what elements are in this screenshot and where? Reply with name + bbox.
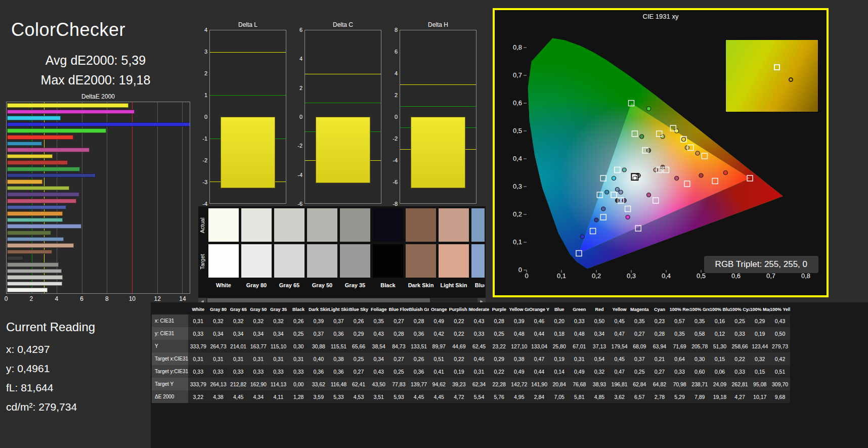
table-row-label: x: CIE31 xyxy=(152,315,188,327)
table-cell: 68,09 xyxy=(629,340,649,352)
swatch-actual-blue-sky[interactable] xyxy=(471,208,485,242)
swatch-label-light-skin: Light Skin xyxy=(439,282,469,288)
swatch-label-blue-sky: Blue Sky xyxy=(471,282,485,288)
swatch-target-white[interactable] xyxy=(208,244,239,278)
deltae2000-chart-title: DeltaE 2000 xyxy=(6,93,190,100)
cie-measured-point xyxy=(626,215,630,219)
cie-measured-point xyxy=(647,107,651,111)
table-row-label: Target x:CIE31 xyxy=(152,352,188,365)
deltaL-y-tick: -2 xyxy=(202,157,207,163)
deltae-bar-gray-65 xyxy=(7,275,63,280)
deltaH-y-tick: -2 xyxy=(393,136,398,142)
table-cell: 38,93 xyxy=(589,378,610,390)
table-cell: 0,33 xyxy=(288,365,309,378)
swatch-actual-white[interactable] xyxy=(208,208,239,242)
delta-l-chart[interactable]: Delta L 43210-1-2-3-4 xyxy=(197,21,286,207)
table-cell: 0,26 xyxy=(288,315,309,327)
summary-stats: Avg dE2000: 5,39 Max dE2000: 19,18 xyxy=(0,51,191,90)
table-cell: 0,36 xyxy=(309,365,329,378)
deltae-bar-100-magenta xyxy=(7,110,135,114)
table-cell: 0,35 xyxy=(629,315,649,327)
table-cell: 5,54 xyxy=(469,390,489,403)
table-col-header-blue: Blue xyxy=(549,304,570,315)
swatch-label-dark-skin: Dark Skin xyxy=(406,282,436,288)
table-cell: 5,76 xyxy=(489,390,509,403)
deltae-bar-100-yellow xyxy=(7,103,128,108)
table-cell: 0,30 xyxy=(288,340,309,352)
swatch-actual-gray-35[interactable] xyxy=(340,208,370,242)
deltae-bar-dark-skin xyxy=(7,250,52,254)
swatch-target-gray-65[interactable] xyxy=(274,244,305,278)
swatch-target-gray-50[interactable] xyxy=(307,244,337,278)
swatch-actual-gray-65[interactable] xyxy=(274,208,305,242)
table-cell: 264,13 xyxy=(208,378,229,390)
swatch-target-blue-sky[interactable] xyxy=(471,244,485,278)
table-cell: 133,51 xyxy=(409,340,429,352)
table-cell: 163,77 xyxy=(248,340,269,352)
cie-measured-point xyxy=(612,176,616,181)
table-cell: 9,68 xyxy=(770,390,790,403)
table-cell: 62,45 xyxy=(469,340,489,352)
table-cell: 5,81 xyxy=(569,390,589,403)
table-cell: 0,33 xyxy=(228,365,248,378)
table-cell: 0,45 xyxy=(610,315,630,327)
swatch-target-dark-skin[interactable] xyxy=(406,244,436,278)
deltae2000-chart[interactable]: DeltaE 2000 02468101214 xyxy=(6,93,190,305)
deltae-bar-purple xyxy=(7,192,79,197)
deltaH-y-tick: 8 xyxy=(395,27,398,33)
table-cell: 0,25 xyxy=(288,327,309,340)
deltaL-y-tick: 3 xyxy=(204,49,207,55)
table-cell: 123,44 xyxy=(750,340,770,352)
swatch-actual-dark-skin[interactable] xyxy=(406,208,436,242)
table-cell: 4,85 xyxy=(589,390,610,403)
swatch-actual-gray-50[interactable] xyxy=(307,208,337,242)
swatch-target-gray-35[interactable] xyxy=(340,244,370,278)
table-cell: 127,10 xyxy=(509,340,530,352)
table-cell: 0,35 xyxy=(369,315,389,327)
results-table-panel: WhiteGray 80Gray 65Gray 50Gray 35BlackDa… xyxy=(151,302,868,448)
table-cell: 0,25 xyxy=(730,315,750,327)
swatch-actual-gray-80[interactable] xyxy=(241,208,272,242)
table-cell: 19,18 xyxy=(710,390,730,403)
table-col-header-red: Red xyxy=(589,304,610,315)
deltae-bar-100-blue xyxy=(7,122,190,127)
table-cell: 0,15 xyxy=(750,365,770,378)
cie-y-tick: 0,7 xyxy=(513,71,522,79)
swatch-actual-light-skin[interactable] xyxy=(439,208,469,242)
table-cell: 116,48 xyxy=(329,378,349,390)
deltaC-y-tick: 2 xyxy=(299,85,302,91)
table-cell: 214,01 xyxy=(228,340,248,352)
table-col-header-gray-65: Gray 65 xyxy=(228,304,248,315)
swatch-target-gray-80[interactable] xyxy=(241,244,272,278)
cie-measured-point xyxy=(622,199,626,203)
delta-h-chart[interactable]: Delta H 86420-2-4-6-8 xyxy=(387,21,476,207)
cie-chart-panel[interactable]: CIE 1931 xy xyxy=(493,8,829,297)
table-col-header-moderate-red: Moderate Red xyxy=(469,304,489,315)
table-cell: 0,43 xyxy=(369,327,389,340)
cie-y-tick: 0,3 xyxy=(513,183,522,190)
table-cell: 0,37 xyxy=(309,327,329,340)
color-swatch-panel[interactable]: Actual Target WhiteGray 80Gray 65Gray 50… xyxy=(198,206,486,306)
table-row: Target x:CIE310,310,310,310,310,310,310,… xyxy=(152,352,790,365)
table-cell: 5,93 xyxy=(389,390,409,403)
swatch-label-black: Black xyxy=(373,282,403,288)
table-cell: 0,27 xyxy=(629,327,649,340)
deltaL-y-tick: -3 xyxy=(202,179,207,185)
deltaL-y-tick: -1 xyxy=(202,136,207,142)
deltae-x-tick: 6 xyxy=(80,295,83,302)
table-cell: 0,32 xyxy=(269,315,289,327)
swatch-actual-black[interactable] xyxy=(373,208,403,242)
swatch-target-light-skin[interactable] xyxy=(439,244,469,278)
table-row: x: CIE310,310,320,320,320,320,260,390,37… xyxy=(152,315,790,327)
swatch-target-black[interactable] xyxy=(373,244,403,278)
table-cell: 62,84 xyxy=(629,378,649,390)
table-row-label: y: CIE31 xyxy=(152,327,188,340)
table-cell: 0,34 xyxy=(248,327,269,340)
table-cell: 333,79 xyxy=(188,378,208,390)
table-cell: 142,72 xyxy=(509,378,530,390)
deltae-bar-orange-yellow xyxy=(7,180,42,184)
deltaH-y-tick: -4 xyxy=(393,157,398,163)
delta-c-chart[interactable]: Delta C 6420-2-4-6 xyxy=(292,21,381,207)
deltaL-reference-line xyxy=(210,95,286,96)
table-cell: 0,32 xyxy=(248,315,269,327)
